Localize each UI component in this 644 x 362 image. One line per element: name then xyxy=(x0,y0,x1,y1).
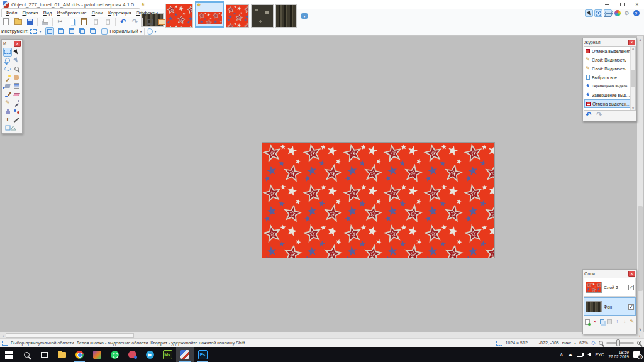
save-button[interactable] xyxy=(25,18,35,26)
history-item[interactable]: Выбрать все xyxy=(584,73,632,82)
image-tab-dark-vertical[interactable] xyxy=(275,4,297,28)
menu-edit[interactable]: Правка xyxy=(19,9,40,16)
layers-panel-close-button[interactable]: × xyxy=(628,271,635,277)
image-tab-gray-circles[interactable] xyxy=(251,4,274,28)
tool-magic-wand[interactable] xyxy=(3,74,12,82)
copy-button[interactable] xyxy=(67,18,77,26)
selection-mode-subtract-button[interactable] xyxy=(67,27,75,35)
maximize-button[interactable] xyxy=(618,1,626,8)
history-item-selected[interactable]: Отмена выделения xyxy=(584,99,632,108)
history-item[interactable]: Завершение выделения xyxy=(584,90,632,99)
zoom-slider[interactable] xyxy=(606,342,634,344)
tool-rectangle-select[interactable] xyxy=(3,48,12,57)
settings-button[interactable]: ⚙ xyxy=(623,9,631,17)
units-value[interactable]: пикс xyxy=(562,341,571,345)
history-item[interactable]: ✎ Слой: Видимость xyxy=(584,55,632,64)
red-app-button[interactable] xyxy=(123,347,141,362)
zoom-slider-thumb[interactable] xyxy=(616,339,620,346)
delete-layer-button[interactable]: × xyxy=(592,319,597,325)
horizontal-scroll-thumb[interactable] xyxy=(6,333,134,338)
menu-file[interactable]: Файл xyxy=(3,9,19,16)
zoom-out-icon[interactable] xyxy=(599,341,603,345)
tool-move-selection[interactable] xyxy=(12,57,21,65)
image-tab-red-pattern-1[interactable] xyxy=(165,4,193,28)
task-view-button[interactable] xyxy=(35,347,53,362)
history-scroll-thumb[interactable] xyxy=(631,70,635,87)
menu-layers[interactable]: Слои xyxy=(89,9,106,16)
photoshop-button[interactable]: Ps xyxy=(194,347,211,362)
new-file-button[interactable] xyxy=(1,18,11,26)
tool-paint-bucket[interactable] xyxy=(3,82,12,90)
tool-lasso-select[interactable] xyxy=(3,57,12,65)
blend-mode-dropdown-arrow-icon[interactable]: ▾ xyxy=(140,29,142,33)
crop-to-selection-button[interactable] xyxy=(145,18,155,26)
paintnet-taskbar-button-active[interactable] xyxy=(176,347,194,362)
paste-new-layer-button[interactable] xyxy=(91,18,101,26)
paste-button[interactable] xyxy=(79,18,89,26)
duplicate-layer-button[interactable] xyxy=(600,319,605,325)
zoom-to-window-icon[interactable]: ◇ xyxy=(591,340,596,346)
tool-text[interactable]: T xyxy=(3,116,12,124)
language-indicator[interactable]: РУС xyxy=(595,353,604,357)
layer-visibility-checkbox[interactable]: ✓ xyxy=(628,285,634,290)
canvas-vertical-scrollbar[interactable]: ∧ ∨ xyxy=(637,36,643,332)
layer-row-background-selected[interactable]: Фон ✓ xyxy=(584,297,636,316)
tool-line-curve[interactable] xyxy=(12,116,21,124)
history-scrollbar[interactable]: ∧ ∨ xyxy=(630,47,635,110)
tool-eraser[interactable] xyxy=(12,90,21,99)
toggle-history-panel-button[interactable] xyxy=(594,9,602,17)
history-undo-button[interactable]: ↶ xyxy=(586,111,591,118)
minimize-button[interactable] xyxy=(602,1,611,8)
chrome-button[interactable] xyxy=(70,347,88,362)
selection-mode-add-button[interactable] xyxy=(56,27,65,35)
image-list-dropdown-button[interactable]: ▾ xyxy=(301,13,308,19)
tool-clone-stamp[interactable] xyxy=(3,107,12,116)
tool-dropdown-arrow-icon[interactable]: ▾ xyxy=(39,29,41,33)
canvas-image[interactable] xyxy=(262,143,494,258)
onedrive-cloud-icon[interactable]: ☁ xyxy=(567,352,572,358)
start-button[interactable] xyxy=(0,347,18,362)
units-dropdown-arrow-icon[interactable]: ▾ xyxy=(574,341,576,345)
whatsapp-button[interactable] xyxy=(106,347,123,362)
selection-settings-icon[interactable] xyxy=(147,28,153,35)
tools-palette-close-button[interactable]: × xyxy=(14,41,21,47)
canvas-horizontal-scrollbar[interactable]: ‹ › xyxy=(0,332,644,338)
close-button[interactable]: × xyxy=(633,1,641,8)
tool-pencil[interactable]: ✎ xyxy=(3,99,12,107)
deselect-button[interactable] xyxy=(157,18,167,26)
tool-paintbrush[interactable] xyxy=(3,90,12,99)
undo-button[interactable]: ↶ xyxy=(118,18,128,26)
print-button[interactable] xyxy=(40,18,50,26)
clock[interactable]: 18:59 27.02.2019 xyxy=(608,350,629,359)
toggle-layers-panel-button[interactable] xyxy=(604,9,612,17)
toggle-colors-panel-button[interactable] xyxy=(613,9,621,17)
menu-image[interactable]: Изображение xyxy=(54,9,89,16)
selection-mode-intersect-button[interactable] xyxy=(77,27,86,35)
redo-button[interactable]: ↷ xyxy=(130,18,140,26)
tool-shapes[interactable] xyxy=(3,124,21,133)
tool-ellipse-select[interactable] xyxy=(3,65,12,74)
menu-view[interactable]: Вид xyxy=(41,9,55,16)
scroll-down-arrow-icon[interactable]: ∨ xyxy=(637,326,643,332)
tool-pan[interactable] xyxy=(12,74,21,82)
image-tab-red-pattern-active[interactable]: ★ xyxy=(195,1,224,28)
taskbar-search-button[interactable] xyxy=(18,347,35,362)
history-item[interactable]: ✎ Слой: Видимость xyxy=(584,64,632,73)
menu-adjustments[interactable]: Коррекция xyxy=(106,9,134,16)
open-file-button[interactable] xyxy=(13,18,23,26)
layer-properties-button[interactable]: ✎ xyxy=(630,319,635,325)
movavi-button[interactable]: Mv xyxy=(158,347,176,362)
paste-new-image-button[interactable] xyxy=(103,18,113,26)
move-layer-down-button[interactable]: ↓ xyxy=(622,319,627,325)
tool-gradient[interactable] xyxy=(12,82,21,90)
history-item[interactable]: Перемещение выделенной области xyxy=(584,82,632,90)
history-panel-close-button[interactable]: × xyxy=(628,40,635,45)
tool-zoom[interactable] xyxy=(12,65,21,74)
help-button[interactable]: ? xyxy=(632,9,640,17)
history-item[interactable]: Отмена выделения xyxy=(584,47,632,55)
scroll-up-arrow-icon[interactable]: ∧ xyxy=(637,36,643,43)
vertical-scroll-thumb[interactable] xyxy=(638,206,643,291)
speaker-icon[interactable] xyxy=(587,353,591,356)
history-redo-button[interactable]: ↷ xyxy=(596,111,602,118)
image-tab-red-pattern-2[interactable] xyxy=(226,4,249,28)
